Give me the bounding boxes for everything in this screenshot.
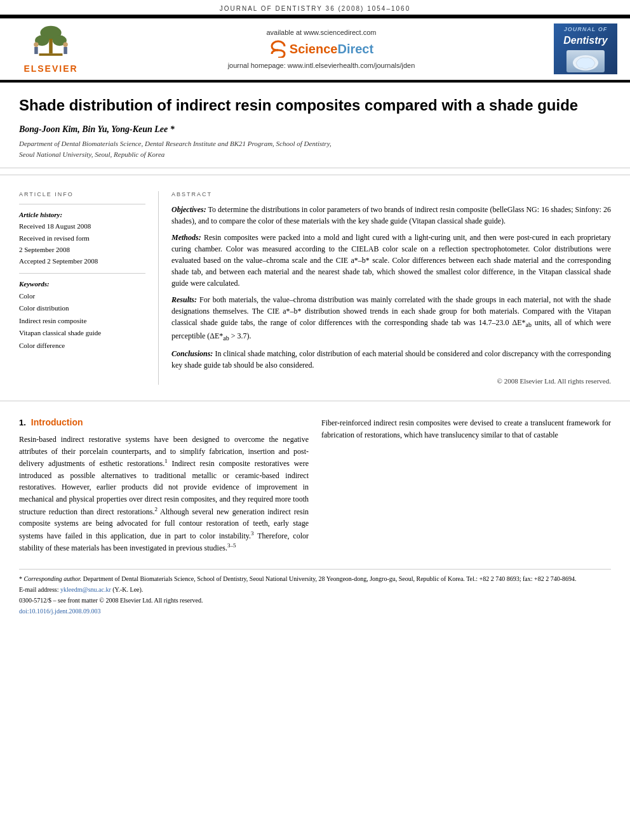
footnote-section: * Corresponding author. Department of De… [19,569,611,616]
keyword-1: Color [19,291,145,302]
intro-columns: 1. Introduction Resin-based indirect res… [19,417,611,559]
sciencedirect-logo: ScienceDirect [269,40,373,58]
received-revised-label: Received in revised form [19,234,145,243]
authors: Bong-Joon Kim, Bin Yu, Yong-Keun Lee * [19,124,611,135]
header-center: available at www.sciencedirect.com Scien… [95,29,547,69]
homepage-text: journal homepage: www.intl.elsevierhealt… [228,62,415,69]
svg-rect-4 [39,53,63,56]
intro-para2: Fiber-reinforced indirect resin composit… [321,417,611,441]
sd-logo-icon [269,40,287,58]
sd-direct: Direct [337,42,373,56]
keyword-4: Vitapan classical shade guide [19,328,145,338]
sd-science: Science [290,42,338,56]
affiliation-line2: Seoul National University, Seoul, Republ… [19,150,611,158]
keyword-3: Indirect resin composite [19,316,145,326]
intro-left-col: 1. Introduction Resin-based indirect res… [19,417,309,559]
section-title: Introduction [31,417,83,427]
abstract-label: Abstract [171,191,611,197]
abstract-conclusions: Conclusions: In clinical shade matching,… [171,348,611,371]
svg-point-7 [63,43,67,47]
header-banner: ELSEVIER available at www.sciencedirect.… [0,17,630,80]
main-content: 1. Introduction Resin-based indirect res… [0,408,630,627]
available-text: available at www.sciencedirect.com [266,29,376,36]
section-heading-row: 1. Introduction [19,417,309,427]
keyword-5: Color difference [19,340,145,351]
abstract-objectives: Objectives: To determine the distributio… [171,204,611,227]
article-history: Article history: Received 18 August 2008… [19,211,145,267]
affiliation-line1: Department of Dental Biomaterials Scienc… [19,140,611,147]
article-info-label: Article Info [19,191,145,197]
received-date1: Received 18 August 2008 [19,222,145,231]
section-number: 1. [19,418,26,427]
keyword-2: Color distribution [19,303,145,314]
elsevier-logo: ELSEVIER [13,24,89,74]
history-heading: Article history: [19,211,145,218]
received-revised-date: 2 September 2008 [19,245,145,255]
issn-note: 0300-5712/$ – see front matter © 2008 El… [19,596,611,605]
journal-title: Journal of Dentistry 36 (2008) 1054–1060 [220,5,410,12]
sd-text: ScienceDirect [290,41,373,57]
email-link[interactable]: ykleedm@snu.ac.kr [60,586,111,593]
svg-point-5 [34,43,38,47]
journal-logo-title: Dentistry [563,35,607,46]
doi-note: doi:10.1016/j.jdent.2008.09.003 [19,607,611,616]
svg-rect-8 [64,47,67,54]
info-divider [19,204,145,204]
copyright: © 2008 Elsevier Ltd. All rights reserved… [171,377,611,385]
intro-right-col: Fiber-reinforced indirect resin composit… [321,417,611,559]
accepted-date: Accepted 2 September 2008 [19,257,145,266]
page: Journal of Dentistry 36 (2008) 1054–1060 [0,0,630,627]
section-divider [0,175,630,175]
title-section: Shade distribution of indirect resin com… [0,83,630,168]
main-divider [0,401,630,401]
abstract-column: Abstract Objectives: To determine the di… [159,191,611,385]
doi-link[interactable]: doi:10.1016/j.jdent.2008.09.003 [19,608,101,615]
svg-rect-6 [34,47,38,54]
elsevier-wordmark: ELSEVIER [23,63,77,74]
article-info-abstract: Article Info Article history: Received 1… [0,182,630,394]
keywords-heading: Keywords: [19,280,145,288]
intro-para1: Resin-based indirect restorative systems… [19,434,309,554]
keywords-section: Keywords: Color Color distribution Indir… [19,280,145,351]
abstract-methods: Methods: Resin composites were packed in… [171,232,611,289]
svg-rect-3 [49,39,53,53]
keywords-divider [19,273,145,274]
article-info-column: Article Info Article history: Received 1… [19,191,159,385]
email-note: E-mail address: ykleedm@snu.ac.kr (Y.-K.… [19,585,611,594]
journal-header: Journal of Dentistry 36 (2008) 1054–1060 [0,0,630,15]
abstract-results: Results: For both materials, the value–c… [171,294,611,343]
corresponding-author-note: * Corresponding author. Department of De… [19,575,611,583]
abstract-content: Objectives: To determine the distributio… [171,204,611,385]
elsevier-tree-icon [25,24,76,62]
article-title: Shade distribution of indirect resin com… [19,95,611,115]
journal-logo-image: JOURNAL OF Dentistry [554,23,617,74]
